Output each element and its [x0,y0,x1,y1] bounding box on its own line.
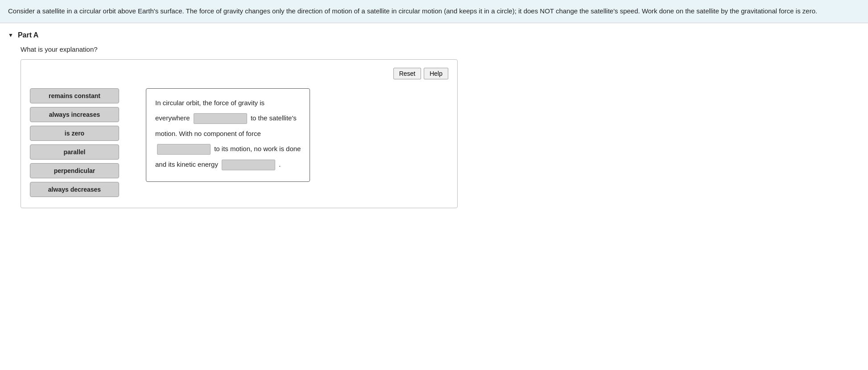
sentence-text-5b: . [279,160,281,168]
info-box: Consider a satellite in a circular orbit… [0,0,868,23]
word-chip-remains-constant[interactable]: remains constant [30,88,119,103]
sentence-line-3: motion. With no component of force [155,127,301,140]
word-chip-perpendicular[interactable]: perpendicular [30,163,119,178]
part-a-header: ▼ Part A [8,31,860,39]
word-bank: remains constant always increases is zer… [30,88,119,197]
sentence-text-5a: and its kinetic energy [155,160,218,168]
word-chip-is-zero[interactable]: is zero [30,126,119,141]
word-chip-parallel[interactable]: parallel [30,144,119,160]
drop-slot-2[interactable] [157,144,211,155]
question-label: What is your explanation? [8,45,860,53]
drag-drop-area: Reset Help remains constant always incre… [21,59,458,208]
sentence-text-2b: to the satellite's [251,114,297,122]
sentence-line-1: In circular orbit, the force of gravity … [155,97,301,110]
drop-slot-3[interactable] [222,160,275,170]
toolbar: Reset Help [30,68,448,79]
reset-button[interactable]: Reset [393,68,422,79]
help-button[interactable]: Help [424,68,448,79]
sentence-line-5: and its kinetic energy . [155,158,301,171]
info-text: Consider a satellite in a circular orbit… [8,7,817,15]
word-chip-always-increases[interactable]: always increases [30,107,119,122]
sentence-text-3: motion. With no component of force [155,130,261,137]
sentence-text-1: In circular orbit, the force of gravity … [155,99,265,107]
sentence-line-4: to its motion, no work is done [155,143,301,156]
content-area: remains constant always increases is zer… [30,88,448,197]
part-a-section: ▼ Part A What is your explanation? Reset… [0,23,868,208]
sentence-area: In circular orbit, the force of gravity … [146,88,310,182]
chevron-down-icon[interactable]: ▼ [8,32,13,38]
word-chip-always-decreases[interactable]: always decreases [30,182,119,197]
sentence-line-2: everywhere to the satellite's [155,112,301,125]
sentence-text-4: to its motion, no work is done [214,145,301,152]
sentence-text-2a: everywhere [155,114,190,122]
drop-slot-1[interactable] [194,113,247,124]
part-a-label: Part A [18,31,39,39]
